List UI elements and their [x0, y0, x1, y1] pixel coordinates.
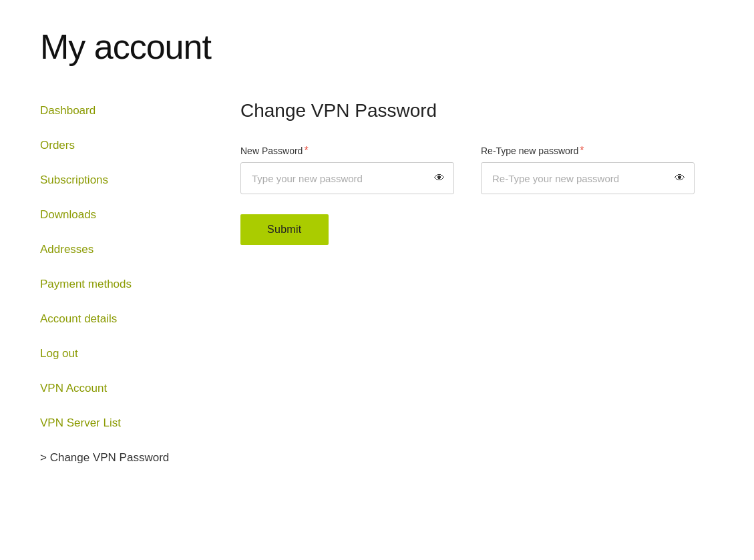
retype-password-input[interactable] [481, 162, 695, 194]
new-password-field-group: New Password* 👁 [240, 145, 454, 194]
retype-password-input-wrapper: 👁 [481, 162, 695, 194]
sidebar-item-vpn-server-list[interactable]: VPN Server List [40, 406, 240, 441]
sidebar-item-downloads[interactable]: Downloads [40, 198, 240, 232]
new-password-input-wrapper: 👁 [240, 162, 454, 194]
sidebar-item-dashboard[interactable]: Dashboard [40, 93, 240, 128]
new-password-input[interactable] [240, 162, 454, 194]
sidebar-item-change-vpn-password[interactable]: Change VPN Password [40, 441, 240, 475]
new-password-required: * [304, 145, 308, 156]
sidebar-link-change-vpn-password[interactable]: Change VPN Password [40, 451, 169, 464]
retype-password-label: Re-Type new password* [481, 145, 695, 157]
sidebar: Dashboard Orders Subscriptions Downloads… [40, 93, 240, 475]
sidebar-link-subscriptions[interactable]: Subscriptions [40, 174, 108, 186]
main-content: Change VPN Password New Password* 👁 Re-T [240, 93, 714, 475]
page-container: My account Dashboard Orders Subscription… [0, 0, 754, 502]
sidebar-item-vpn-account[interactable]: VPN Account [40, 371, 240, 406]
retype-password-eye-icon[interactable]: 👁 [675, 172, 685, 184]
sidebar-item-addresses[interactable]: Addresses [40, 232, 240, 267]
sidebar-link-addresses[interactable]: Addresses [40, 243, 93, 256]
sidebar-link-dashboard[interactable]: Dashboard [40, 104, 96, 117]
sidebar-nav: Dashboard Orders Subscriptions Downloads… [40, 93, 240, 475]
sidebar-link-vpn-server-list[interactable]: VPN Server List [40, 416, 121, 429]
sidebar-item-account-details[interactable]: Account details [40, 302, 240, 336]
sidebar-link-orders[interactable]: Orders [40, 139, 75, 152]
new-password-label: New Password* [240, 145, 454, 157]
sidebar-link-payment-methods[interactable]: Payment methods [40, 278, 132, 290]
retype-password-field-group: Re-Type new password* 👁 [481, 145, 695, 194]
form-title: Change VPN Password [240, 100, 714, 121]
retype-password-required: * [580, 145, 584, 156]
content-layout: Dashboard Orders Subscriptions Downloads… [40, 93, 714, 475]
sidebar-link-downloads[interactable]: Downloads [40, 208, 96, 221]
sidebar-item-subscriptions[interactable]: Subscriptions [40, 163, 240, 198]
sidebar-item-log-out[interactable]: Log out [40, 336, 240, 371]
sidebar-link-account-details[interactable]: Account details [40, 312, 117, 325]
sidebar-link-vpn-account[interactable]: VPN Account [40, 382, 107, 394]
sidebar-link-log-out[interactable]: Log out [40, 347, 78, 360]
submit-button[interactable]: Submit [240, 214, 329, 245]
new-password-eye-icon[interactable]: 👁 [434, 172, 445, 184]
sidebar-item-payment-methods[interactable]: Payment methods [40, 267, 240, 302]
password-fields-row: New Password* 👁 Re-Type new password* 👁 [240, 145, 714, 194]
sidebar-item-orders[interactable]: Orders [40, 128, 240, 163]
page-title: My account [40, 27, 714, 67]
